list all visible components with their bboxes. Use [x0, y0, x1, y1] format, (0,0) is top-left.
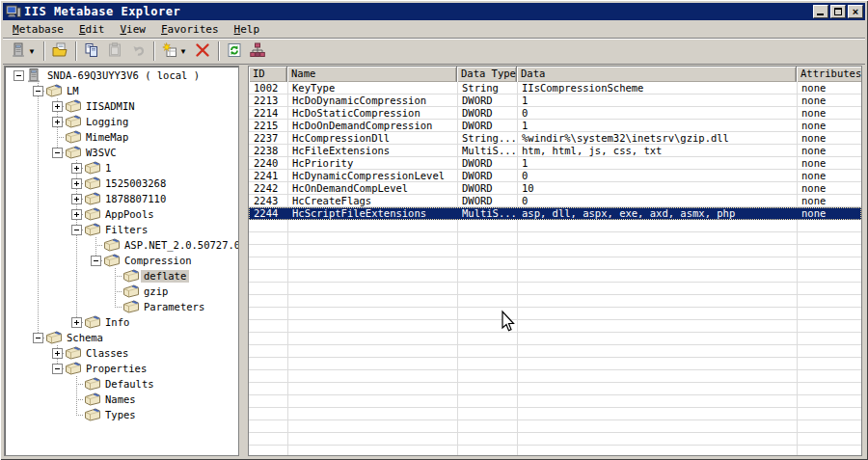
cell-name: HcPriority [287, 157, 457, 170]
maximize-button[interactable] [830, 5, 846, 18]
undo-button[interactable] [126, 41, 149, 62]
toolbar: ▼▼ [3, 38, 865, 64]
close-icon: × [849, 5, 862, 18]
expander-plus-icon[interactable] [71, 163, 82, 174]
tree-item-asp-net-2-0-50727-0[interactable]: ASP.NET_2.0.50727.0 [5, 237, 238, 253]
cell-id: 2241 [249, 170, 287, 182]
tree-item-parameters[interactable]: Parameters [5, 299, 238, 314]
table-row-2215[interactable]: 2215HcDoOnDemandCompressionDWORD1none [249, 120, 861, 132]
column-header-data-type[interactable]: Data Type [457, 67, 517, 82]
table-row-2241[interactable]: 2241HcDynamicCompressionLevelDWORD0none [249, 170, 861, 182]
tree-item-w3svc[interactable]: W3SVC [5, 145, 238, 160]
menu-metabase[interactable]: Metabase [5, 22, 71, 37]
cell-id: 2237 [249, 132, 287, 145]
tree-connector [76, 384, 84, 385]
tree-item-classes[interactable]: Classes [5, 345, 238, 361]
expander-plus-icon[interactable] [71, 209, 82, 220]
table-row-2242[interactable]: 2242HcOnDemandCompLevelDWORD10none [249, 182, 861, 195]
expander-plus-icon[interactable] [52, 101, 63, 112]
connect-computer-button[interactable]: ▼ [7, 41, 40, 62]
menu-favorites[interactable]: Favorites [153, 22, 227, 37]
close-button[interactable]: × [848, 5, 863, 18]
expander-minus-icon[interactable] [91, 256, 101, 266]
expander-minus-icon[interactable] [52, 364, 63, 374]
cell-data_type: DWORD [457, 120, 517, 132]
table-row-2213[interactable]: 2213HcDoDynamicCompressionDWORD1none [249, 95, 861, 107]
cell-data: 10 [517, 182, 797, 195]
tree-item-apppools[interactable]: AppPools [5, 206, 238, 222]
expander-minus-icon[interactable] [14, 70, 24, 81]
column-header-name[interactable]: Name [287, 67, 457, 82]
new-key-button[interactable]: ▼ [158, 41, 191, 62]
expander-plus-icon[interactable] [71, 194, 82, 204]
metabase-key-icon [65, 115, 82, 130]
cell-id: 2243 [249, 195, 287, 207]
tree-item-iisadmin[interactable]: IISADMIN [5, 98, 238, 114]
tree-item-snda-69q3uyy3v6-local[interactable]: SNDA-69Q3UYY3V6 ( local ) [5, 68, 238, 83]
column-header-id[interactable]: ID [249, 67, 287, 82]
table-row-2214[interactable]: 2214HcDoStaticCompressionDWORD0none [249, 107, 861, 120]
expander-plus-icon[interactable] [71, 317, 82, 328]
expander-minus-icon[interactable] [33, 333, 43, 343]
cell-name: HcCompressionDll [287, 132, 457, 145]
menu-edit[interactable]: Edit [71, 22, 113, 37]
menu-help[interactable]: Help [227, 22, 268, 37]
tree-item-1525003268[interactable]: 1525003268 [5, 176, 238, 191]
tree-item-types[interactable]: Types [5, 407, 238, 422]
delete-button[interactable] [191, 41, 214, 62]
expander-plus-icon[interactable] [52, 117, 63, 127]
tree-item-info[interactable]: Info [5, 314, 238, 330]
tree-item-1[interactable]: 1 [5, 160, 238, 176]
tree-item-lm[interactable]: LM [5, 83, 238, 98]
cell-name: KeyType [287, 82, 457, 95]
tree-item-1878807110[interactable]: 1878807110 [5, 191, 238, 206]
table-row-1002[interactable]: 1002KeyTypeStringIIsCompressionSchemenon… [249, 82, 861, 95]
toolbar-separator [43, 41, 44, 61]
column-header-data[interactable]: Data [517, 67, 797, 82]
cell-name: HcScriptFileExtensions [287, 207, 457, 220]
tree-item-schema[interactable]: Schema [5, 330, 238, 345]
cell-attributes: none [797, 107, 862, 120]
tree-item-names[interactable]: Names [5, 392, 238, 407]
table-row-2244[interactable]: 2244HcScriptFileExtensionsMultiS...asp, … [249, 207, 861, 220]
tree-item-properties[interactable]: Properties [5, 361, 238, 376]
cell-data: 0 [517, 170, 797, 182]
tree-connector [95, 245, 103, 246]
tree-item-filters[interactable]: Filters [5, 222, 238, 237]
tree-connector [38, 191, 39, 206]
tree-connector [115, 307, 122, 308]
table-row-2238[interactable]: 2238HcFileExtensionsMultiS...htm, html, … [249, 145, 861, 157]
cell-data_type: MultiS... [457, 145, 517, 157]
dropdown-arrow-icon: ▼ [179, 47, 187, 56]
titlebar[interactable]: IIS Metabase Explorer × [3, 3, 865, 20]
tree-item-compression[interactable]: Compression [5, 253, 238, 268]
tree-item-gzip[interactable]: gzip [5, 284, 238, 299]
tree-item-mimemap[interactable]: MimeMap [5, 129, 238, 145]
expander-minus-icon[interactable] [71, 225, 82, 235]
refresh-button[interactable] [223, 41, 246, 62]
column-header-attributes[interactable]: Attributes [797, 67, 862, 82]
copy-button[interactable] [80, 41, 103, 62]
table-row-2240[interactable]: 2240HcPriorityDWORD1none [249, 157, 861, 170]
table-row-2243[interactable]: 2243HcCreateFlagsDWORD0none [249, 195, 861, 207]
tree-item-logging[interactable]: Logging [5, 114, 238, 129]
metabase-key-icon [84, 408, 101, 423]
tree-item-deflate[interactable]: deflate [5, 268, 238, 284]
menu-view[interactable]: View [112, 22, 153, 37]
expander-minus-icon[interactable] [33, 86, 43, 96]
toolbar-separator [153, 41, 154, 61]
expander-plus-icon[interactable] [52, 348, 63, 359]
expander-minus-icon[interactable] [52, 148, 63, 158]
open-folder-button[interactable] [48, 41, 71, 62]
minimize-button[interactable] [813, 5, 828, 18]
tree-connector [76, 299, 77, 314]
expander-plus-icon[interactable] [71, 178, 82, 189]
paste-button[interactable] [103, 41, 126, 62]
tree-item-defaults[interactable]: Defaults [5, 376, 238, 392]
tree-view-button[interactable] [246, 41, 269, 62]
table-row-2237[interactable]: 2237HcCompressionDllString...%windir%\sy… [249, 132, 861, 145]
splitter[interactable] [239, 66, 248, 456]
tree-connector [76, 253, 77, 268]
tree-connector [76, 284, 77, 299]
cell-data: asp, dll, aspx, exe, axd, asmx, php [517, 207, 797, 220]
